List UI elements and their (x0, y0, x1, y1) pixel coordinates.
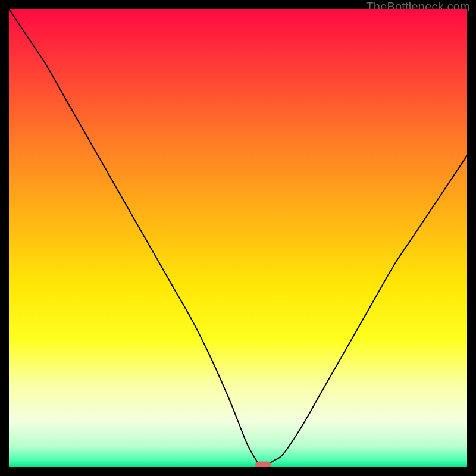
chart-frame: { "attribution": "TheBottleneck.com", "c… (0, 0, 476, 476)
chart-background (9, 9, 467, 467)
plot-area (9, 9, 467, 467)
optimum-marker (255, 461, 271, 467)
chart-svg (9, 9, 467, 467)
